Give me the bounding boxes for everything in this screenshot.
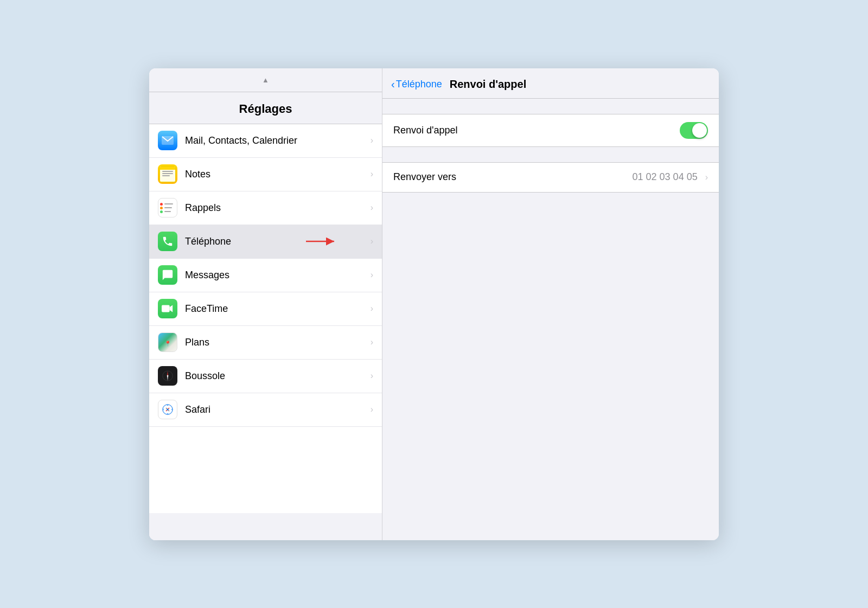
mail-label: Mail, Contacts, Calendrier [185, 135, 366, 146]
detail-content: Renvoi d'appel Renvoyer vers 01 02 03 04… [382, 99, 719, 540]
facetime-label: FaceTime [185, 303, 366, 315]
safari-label: Safari [185, 404, 366, 415]
toggle-thumb [692, 123, 707, 138]
renvoi-appel-section: Renvoi d'appel [382, 114, 719, 147]
back-label: Téléphone [396, 79, 442, 90]
messages-label: Messages [185, 270, 366, 281]
detail-header: ‹ Téléphone Renvoi d'appel [382, 68, 719, 99]
section-gap-2 [382, 147, 719, 162]
red-arrow-annotation [306, 236, 339, 247]
settings-top-bar: ▲ [149, 68, 382, 92]
sidebar-item-compass[interactable]: Boussole › [149, 360, 382, 393]
notes-icon [158, 164, 177, 184]
phone-icon [158, 232, 177, 251]
settings-header: Réglages [149, 92, 382, 124]
maps-icon: 📍 [158, 332, 177, 352]
compass-chevron: › [371, 371, 373, 381]
messages-chevron: › [371, 270, 373, 280]
notes-chevron: › [371, 169, 373, 179]
safari-chevron: › [371, 405, 373, 414]
svg-point-5 [167, 375, 169, 377]
renvoi-appel-toggle[interactable] [680, 122, 708, 139]
renvoi-appel-row[interactable]: Renvoi d'appel [382, 114, 719, 146]
telephone-label: Téléphone [185, 236, 366, 247]
sidebar-item-reminders[interactable]: Rappels › [149, 191, 382, 225]
svg-point-8 [167, 409, 169, 411]
detail-panel: ‹ Téléphone Renvoi d'appel Renvoi d'appe… [382, 68, 719, 540]
compass-label: Boussole [185, 370, 366, 382]
section-gap-1 [382, 99, 719, 114]
renvoyer-vers-section: Renvoyer vers 01 02 03 04 05 › [382, 162, 719, 193]
sidebar-item-safari[interactable]: Safari › [149, 393, 382, 427]
top-bar-label: ▲ [262, 76, 269, 84]
sidebar-item-mail[interactable]: Mail, Contacts, Calendrier › [149, 124, 382, 158]
reminders-icon [158, 198, 177, 217]
sidebar-item-notes[interactable]: Notes › [149, 158, 382, 191]
notes-label: Notes [185, 169, 366, 180]
reminders-chevron: › [371, 203, 373, 213]
screen-container: ▲ Réglages Mail, Contacts, Calendrier › [149, 68, 719, 540]
safari-icon [158, 400, 177, 419]
messages-icon [158, 265, 177, 285]
renvoyer-vers-chevron: › [705, 172, 708, 182]
telephone-chevron: › [371, 236, 373, 246]
maps-label: Plans [185, 337, 366, 348]
compass-icon [158, 366, 177, 386]
reminders-label: Rappels [185, 202, 366, 214]
section-gap-3 [382, 193, 719, 208]
facetime-icon [158, 299, 177, 318]
svg-rect-3 [162, 305, 170, 312]
sidebar-item-messages[interactable]: Messages › [149, 259, 382, 292]
renvoi-appel-label: Renvoi d'appel [393, 125, 680, 136]
sidebar-item-facetime[interactable]: FaceTime › [149, 292, 382, 326]
renvoyer-vers-label: Renvoyer vers [393, 171, 633, 183]
settings-title: Réglages [239, 102, 292, 116]
facetime-chevron: › [371, 304, 373, 313]
renvoyer-vers-value: 01 02 03 04 05 [633, 171, 698, 183]
settings-panel: ▲ Réglages Mail, Contacts, Calendrier › [149, 68, 382, 540]
settings-footer [149, 513, 382, 540]
sidebar-item-maps[interactable]: 📍 Plans › [149, 326, 382, 360]
detail-title: Renvoi d'appel [450, 78, 526, 90]
mail-icon [158, 131, 177, 150]
back-chevron-icon: ‹ [391, 78, 395, 91]
renvoyer-vers-row[interactable]: Renvoyer vers 01 02 03 04 05 › [382, 163, 719, 192]
sidebar-item-telephone[interactable]: Téléphone › [149, 225, 382, 259]
settings-list: Mail, Contacts, Calendrier › Notes [149, 124, 382, 513]
maps-chevron: › [371, 337, 373, 347]
back-button[interactable]: ‹ Téléphone [391, 78, 442, 91]
mail-chevron: › [371, 136, 373, 145]
